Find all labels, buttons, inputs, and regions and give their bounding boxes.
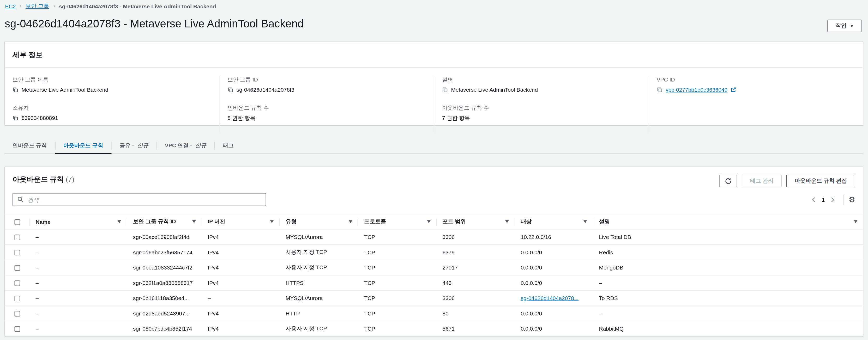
copy-icon[interactable] (12, 115, 19, 121)
table-row: –sgr-0bea108332444c7f2IPv4사용자 지정 TCPTCP2… (5, 260, 863, 275)
external-link-icon (731, 87, 736, 92)
cell-name: – (29, 306, 127, 321)
cell-rule-id: sgr-062f1a0a880588317 (127, 275, 202, 291)
page-number[interactable]: 1 (818, 196, 828, 203)
copy-icon[interactable] (227, 87, 234, 93)
preferences-gear-icon[interactable]: ⚙ (848, 196, 855, 203)
cell-ip-version: IPv4 (202, 260, 280, 275)
field-value: 7 권한 항목 (442, 114, 470, 122)
column-header-description: 설명 (593, 214, 863, 230)
cell-target: 0.0.0.0/0 (515, 245, 593, 260)
table-row: –sgr-02d8aed5243907...IPv4HTTPTCP800.0.0… (5, 306, 863, 321)
copy-icon[interactable] (12, 87, 19, 93)
breadcrumb-security-groups-link[interactable]: 보안 그룹 (26, 3, 49, 10)
cell-port-range: 80 (436, 306, 515, 321)
previous-page-button[interactable] (808, 195, 818, 205)
tab-sharing-new[interactable]: 공유 - 신규 (112, 138, 156, 153)
table-header-row: Name 보안 그룹 규칙 ID IP 버전 유형 프로토콜 포트 범위 대 (5, 214, 863, 230)
sort-icon[interactable] (584, 220, 587, 223)
cell-description: Live Total DB (593, 229, 863, 245)
cell-name: – (29, 260, 127, 275)
field-outbound-rules-count: 아웃바운드 규칙 수 7 권한 항목 (442, 104, 641, 122)
cell-target: 10.22.0.0/16 (515, 229, 593, 245)
cell-description: Redis (593, 245, 863, 260)
pagination-divider (843, 195, 844, 205)
row-checkbox[interactable] (14, 250, 20, 255)
row-checkbox[interactable] (14, 280, 20, 286)
actions-button[interactable]: 작업 ▼ (828, 20, 862, 32)
cell-select (5, 290, 29, 306)
cell-description: RabbitMQ (593, 321, 863, 336)
cell-port-range: 6379 (436, 245, 515, 260)
details-column-4: VPC ID vpc-0277bb1e0c3636049 (648, 76, 863, 132)
cell-name: – (29, 275, 127, 291)
details-panel-header: 세부 정보 (5, 42, 863, 68)
field-value: Metaverse Live AdminTool Backend (22, 86, 108, 94)
refresh-button[interactable] (720, 175, 737, 187)
row-checkbox[interactable] (14, 311, 20, 316)
search-input[interactable] (12, 193, 266, 206)
field-vpc-id: VPC ID vpc-0277bb1e0c3636049 (657, 76, 855, 94)
sort-icon[interactable] (349, 220, 352, 223)
cell-type: HTTPS (279, 275, 358, 291)
cell-target: 0.0.0.0/0 (515, 275, 593, 291)
row-checkbox[interactable] (14, 265, 20, 271)
row-checkbox[interactable] (14, 327, 20, 332)
field-owner: 소유자 839334880891 (12, 104, 212, 122)
edit-outbound-rules-button[interactable]: 아웃바운드 규칙 편집 (786, 175, 855, 187)
row-checkbox[interactable] (14, 235, 20, 240)
field-label: 보안 그룹 ID (227, 76, 426, 84)
next-page-button[interactable] (828, 195, 838, 205)
breadcrumb-chevron-icon: › (53, 3, 55, 10)
sort-icon[interactable] (854, 220, 858, 223)
cell-rule-id: sgr-0b161118a350e4... (127, 290, 202, 306)
tab-outbound-rules[interactable]: 아웃바운드 규칙 (55, 138, 112, 153)
tab-vpc-associations-new[interactable]: VPC 연결 - 신규 (156, 138, 214, 153)
sort-icon[interactable] (505, 220, 509, 223)
field-security-group-id: 보안 그룹 ID sg-04626d1404a2078f3 (227, 76, 426, 94)
copy-icon[interactable] (442, 87, 448, 93)
sort-icon[interactable] (192, 220, 196, 223)
select-all-checkbox[interactable] (14, 219, 20, 225)
row-checkbox[interactable] (14, 296, 20, 301)
manage-tags-button[interactable]: 태그 관리 (742, 175, 782, 187)
field-label: 인바운드 규칙 수 (227, 104, 426, 112)
cell-target: 0.0.0.0/0 (515, 321, 593, 336)
cell-type: HTTP (279, 306, 358, 321)
chevron-down-icon: ▼ (850, 24, 853, 28)
cell-protocol: TCP (358, 245, 436, 260)
cell-protocol: TCP (358, 321, 436, 336)
tab-bar: 인바운드 규칙 아웃바운드 규칙 공유 - 신규 VPC 연결 - 신규 태그 (4, 138, 864, 154)
tab-tags[interactable]: 태그 (215, 138, 242, 153)
cell-rule-id: sgr-00ace16908faf2f4d (127, 229, 202, 245)
sort-icon[interactable] (270, 220, 274, 223)
field-label: 소유자 (12, 104, 212, 112)
pagination: 1 ⚙ (808, 195, 855, 205)
column-header-ip-version: IP 버전 (202, 214, 280, 230)
field-value: Metaverse Live AdminTool Backend (451, 86, 538, 94)
actions-button-label: 작업 (836, 23, 847, 29)
field-description: 설명 Metaverse Live AdminTool Backend (442, 76, 641, 94)
tab-inbound-rules[interactable]: 인바운드 규칙 (4, 138, 55, 153)
table-row: –sgr-0d6abc23f56357174IPv4사용자 지정 TCPTCP6… (5, 245, 863, 260)
vpc-id-link[interactable]: vpc-0277bb1e0c3636049 (665, 86, 727, 94)
copy-icon[interactable] (657, 87, 663, 93)
cell-protocol: TCP (358, 275, 436, 291)
cell-ip-version: – (202, 290, 280, 306)
cell-protocol: TCP (358, 229, 436, 245)
sort-icon[interactable] (117, 220, 121, 223)
cell-protocol: TCP (358, 260, 436, 275)
cell-rule-id: sgr-080c7bdc4b852f174 (127, 321, 202, 336)
target-security-group-link[interactable]: sg-04626d1404a2078... (521, 295, 579, 301)
details-panel: 세부 정보 보안 그룹 이름 Metaverse Live AdminTool … (4, 41, 864, 125)
cell-port-range: 27017 (436, 260, 515, 275)
outbound-rules-title: 아웃바운드 규칙 (7) (12, 175, 74, 184)
outbound-rules-count: (7) (66, 175, 74, 183)
breadcrumb-ec2-link[interactable]: EC2 (5, 3, 16, 9)
column-header-protocol: 프로토콜 (358, 214, 436, 230)
cell-name: – (29, 229, 127, 245)
table-row: –sgr-080c7bdc4b852f174IPv4사용자 지정 TCPTCP5… (5, 321, 863, 336)
sort-icon[interactable] (427, 220, 431, 223)
table-row: –sgr-062f1a0a880588317IPv4HTTPSTCP4430.0… (5, 275, 863, 291)
cell-ip-version: IPv4 (202, 306, 280, 321)
